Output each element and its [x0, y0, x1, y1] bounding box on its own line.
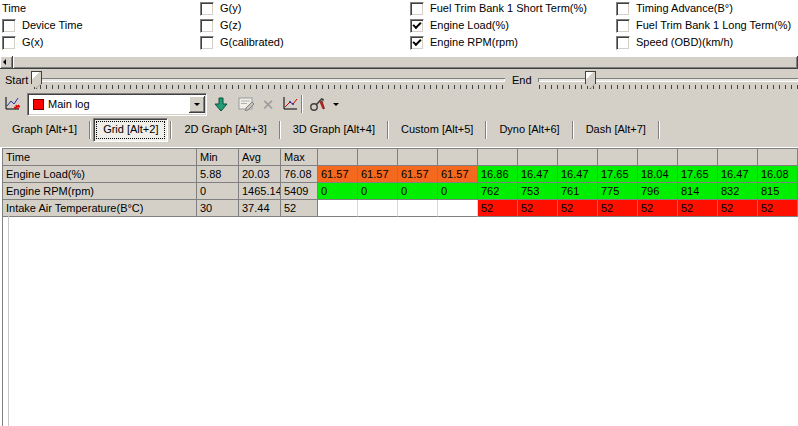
grid-data-cell[interactable]: 18.04 — [638, 166, 678, 183]
checkbox-fuel-trim-bank-1-long-term[interactable] — [616, 19, 630, 33]
grid-header-min[interactable]: Min — [197, 149, 239, 166]
parameter-item-g-z[interactable]: G(z) — [200, 17, 284, 34]
grid-header-sample[interactable] — [558, 149, 598, 166]
grid-header-max[interactable]: Max — [281, 149, 318, 166]
grid-header-sample[interactable] — [678, 149, 718, 166]
grid-data-cell[interactable]: 16.47 — [558, 166, 598, 183]
grid-data-cell[interactable]: 52 — [558, 200, 598, 217]
grid-data-cell[interactable]: 52 — [478, 200, 518, 217]
grid-header-sample[interactable] — [518, 149, 558, 166]
grid-header-time[interactable]: Time — [3, 149, 197, 166]
checkbox-g-calibrated[interactable] — [200, 36, 214, 50]
grid-data-cell[interactable]: 761 — [558, 183, 598, 200]
parameter-item-engine-load[interactable]: Engine Load(%) — [410, 17, 587, 34]
grid-header-sample[interactable] — [598, 149, 638, 166]
grid-data-cell[interactable]: 0 — [318, 183, 358, 200]
checkbox-engine-rpm-rpm[interactable] — [410, 36, 424, 50]
checkbox-fuel-trim-bank-1-short-term[interactable] — [410, 2, 424, 16]
grid-data-cell[interactable]: 753 — [518, 183, 558, 200]
parameter-item-device-time[interactable]: Device Time — [2, 17, 83, 34]
grid-data-cell[interactable]: 52 — [718, 200, 758, 217]
grid-data-cell[interactable] — [438, 200, 478, 217]
grid-data-cell[interactable]: 52 — [598, 200, 638, 217]
parameter-item-speed-obd-km-h[interactable]: Speed (OBD)(km/h) — [616, 34, 791, 51]
parameter-item-fuel-trim-bank-1-long-term[interactable]: Fuel Trim Bank 1 Long Term(%) — [616, 17, 791, 34]
checkbox-g-x[interactable] — [2, 36, 16, 50]
grid-data-cell[interactable] — [318, 200, 358, 217]
grid-data-cell[interactable]: 0 — [438, 183, 478, 200]
checkbox-engine-load[interactable] — [410, 19, 424, 33]
grid-data-cell[interactable]: 61.57 — [398, 166, 438, 183]
grid-data-cell[interactable] — [358, 200, 398, 217]
grid-header-sample[interactable] — [398, 149, 438, 166]
parameter-item-g-calibrated[interactable]: G(calibrated) — [200, 34, 284, 51]
grid-data-cell[interactable]: 17.65 — [598, 166, 638, 183]
grid-row-label-engine-load[interactable]: Engine Load(%) — [3, 166, 197, 183]
grid-header-sample[interactable] — [318, 149, 358, 166]
tab-grid[interactable]: Grid [Alt+2] — [93, 118, 168, 142]
grid-header-avg[interactable]: Avg — [239, 149, 281, 166]
parameter-item-g-x[interactable]: G(x) — [2, 34, 83, 51]
tab-2d[interactable]: 2D Graph [Alt+3] — [174, 118, 276, 142]
grid-row-label-engine-rpm-rpm[interactable]: Engine RPM(rpm) — [3, 183, 197, 200]
tab-custom[interactable]: Custom [Alt+5] — [391, 118, 483, 142]
checkbox-g-y[interactable] — [200, 2, 214, 16]
grid-data-cell[interactable]: 762 — [478, 183, 518, 200]
parameter-item-g-y[interactable]: G(y) — [200, 0, 284, 17]
grid-data-cell[interactable]: 52 — [758, 200, 798, 217]
grid-data-cell[interactable]: 17.65 — [678, 166, 718, 183]
grid-header-sample[interactable] — [758, 149, 798, 166]
scroll-left-button[interactable] — [0, 56, 13, 69]
grid-data-cell[interactable]: 16.47 — [718, 166, 758, 183]
checkbox-timing-advance-b[interactable] — [616, 2, 630, 16]
grid-data-cell[interactable]: 0 — [398, 183, 438, 200]
grid-data-cell[interactable]: 814 — [678, 183, 718, 200]
log-selector-dropdown-button[interactable] — [189, 96, 205, 113]
log-selector[interactable]: Main log — [27, 93, 207, 116]
parameter-item-engine-rpm-rpm[interactable]: Engine RPM(rpm) — [410, 34, 587, 51]
edit-log-button[interactable] — [235, 93, 257, 115]
start-slider-track[interactable] — [33, 78, 505, 82]
open-graph-button[interactable] — [280, 93, 302, 115]
parameter-item-fuel-trim-bank-1-short-term[interactable]: Fuel Trim Bank 1 Short Term(%) — [410, 0, 587, 17]
grid-data-cell[interactable]: 61.57 — [438, 166, 478, 183]
tab-dash[interactable]: Dash [Alt+7] — [576, 118, 656, 142]
chart-tools-dropdown[interactable] — [330, 93, 342, 115]
chart-tools-button[interactable] — [307, 93, 329, 115]
grid-data-cell[interactable]: 832 — [718, 183, 758, 200]
grid-data-cell[interactable]: 0 — [358, 183, 398, 200]
scrollbar-thumb[interactable] — [13, 56, 798, 69]
grid-data-cell[interactable]: 16.08 — [758, 166, 798, 183]
grid-data-cell[interactable]: 52 — [518, 200, 558, 217]
grid-header-sample[interactable] — [438, 149, 478, 166]
grid-data-cell[interactable]: 796 — [638, 183, 678, 200]
grid-header-sample[interactable] — [638, 149, 678, 166]
grid-header-sample[interactable] — [478, 149, 518, 166]
grid-data-cell[interactable]: 16.86 — [478, 166, 518, 183]
parameter-item-timing-advance-b[interactable]: Timing Advance(B°) — [616, 0, 791, 17]
grid-data-cell[interactable]: 52 — [678, 200, 718, 217]
tab-dyno[interactable]: Dyno [Alt+6] — [489, 118, 569, 142]
grid-data-cell[interactable]: 61.57 — [318, 166, 358, 183]
horizontal-scrollbar[interactable] — [0, 56, 798, 69]
grid-data-cell[interactable]: 61.57 — [358, 166, 398, 183]
checkbox-speed-obd-km-h[interactable] — [616, 36, 630, 50]
delete-log-button[interactable]: ✕ — [257, 93, 279, 115]
grid-data-cell[interactable]: 16.47 — [518, 166, 558, 183]
parameter-label: Time — [2, 0, 26, 17]
end-slider-track[interactable] — [538, 78, 798, 82]
download-log-button[interactable] — [210, 93, 232, 115]
grid-header-sample[interactable] — [718, 149, 758, 166]
grid-data-cell[interactable]: 52 — [638, 200, 678, 217]
checkbox-g-z[interactable] — [200, 19, 214, 33]
grid-data-cell[interactable]: 815 — [758, 183, 798, 200]
toolbar-separator — [301, 95, 303, 113]
grid-header-sample[interactable] — [358, 149, 398, 166]
grid-data-cell[interactable] — [398, 200, 438, 217]
tab-graph[interactable]: Graph [Alt+1] — [2, 118, 87, 142]
grid-row-label-intake-air-temperature-b-c[interactable]: Intake Air Temperature(B°C) — [3, 200, 197, 217]
add-log-button[interactable] — [2, 93, 24, 115]
checkbox-device-time[interactable] — [2, 19, 16, 33]
tab-3d[interactable]: 3D Graph [Alt+4] — [283, 118, 385, 142]
grid-data-cell[interactable]: 775 — [598, 183, 638, 200]
